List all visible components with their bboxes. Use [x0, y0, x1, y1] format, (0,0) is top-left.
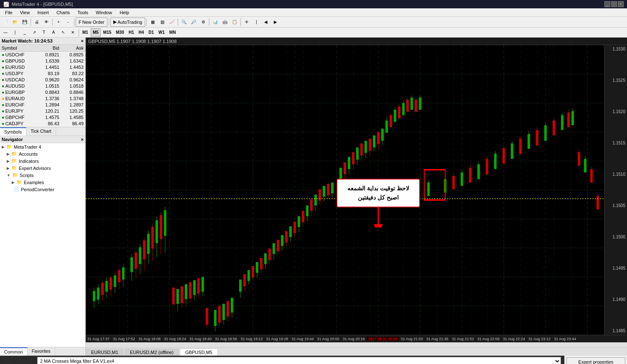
print-preview-button[interactable]: 👁 — [42, 18, 51, 27]
expert-dropdown[interactable]: 2 MA Crosses Mega filter EA V1.ex4 — [37, 357, 561, 364]
period-w1[interactable]: W1 — [156, 28, 167, 37]
forward-button[interactable]: ▶ — [271, 18, 280, 27]
market-watch-row[interactable]: ●GBPUSD 1.6339 1.6342 — [0, 58, 85, 64]
minimize-button[interactable]: _ — [604, 1, 610, 7]
nav-item-accounts[interactable]: ▶📁Accounts — [0, 150, 85, 157]
zoom-out-button[interactable]: - — [64, 18, 73, 27]
save-button[interactable]: 💾 — [20, 18, 29, 27]
period-d1[interactable]: D1 — [146, 28, 156, 37]
period-h4[interactable]: H4 — [137, 28, 146, 37]
new-order-icon: F — [79, 20, 82, 25]
svg-rect-132 — [339, 168, 342, 180]
period-mn[interactable]: MN — [167, 28, 178, 37]
autotrading-button[interactable]: ▶ AutoTrading — [110, 18, 145, 27]
mw-symbol: ●EURAUD — [0, 96, 37, 102]
period-sep-button[interactable]: | — [252, 18, 261, 27]
svg-rect-178 — [461, 172, 463, 186]
back-button[interactable]: ◀ — [261, 18, 270, 27]
text-tool[interactable]: T — [39, 28, 48, 37]
chart-tab-eurusd-m1[interactable]: EURUSD,M1 — [86, 349, 124, 356]
mw-ask: 120.25 — [61, 108, 85, 114]
market-watch-row[interactable]: ●EURJPY 120.21 120.25 — [0, 108, 85, 114]
zoom-in-chart[interactable]: 🔍 — [179, 18, 189, 27]
time-label-12: 31 Aug 21:20 — [399, 337, 425, 341]
expert-properties-button[interactable]: Expert properties — [566, 357, 625, 364]
folder-icon: 📁 — [6, 144, 12, 149]
nav-item-indicators[interactable]: ▶📁Indicators — [0, 157, 85, 164]
nav-tab-common[interactable]: Common — [0, 347, 28, 356]
mw-bid: 1.4575 — [37, 114, 61, 121]
time-label-14: 31 Aug 21:52 — [450, 337, 476, 341]
toolbar-sep-7 — [209, 18, 209, 26]
label-tool[interactable]: A — [49, 28, 58, 37]
zoom-out-chart[interactable]: 🔎 — [189, 18, 198, 27]
chart-type-line[interactable]: 📈 — [167, 18, 176, 27]
nav-item-examples[interactable]: ▶📁Examples — [0, 179, 85, 186]
menu-tools[interactable]: Tools — [74, 9, 92, 16]
period-m5[interactable]: M5 — [91, 28, 101, 37]
horizontal-scrollbar[interactable] — [86, 342, 627, 347]
print-button[interactable]: 🖨 — [32, 18, 41, 27]
mw-symbol: ●EURCHF — [0, 102, 37, 108]
svg-rect-68 — [193, 280, 196, 295]
nav-item-expert-advisors[interactable]: ▶📁Expert Advisors — [0, 164, 85, 172]
chart-type-bar[interactable]: ▦ — [148, 18, 157, 27]
line-tool[interactable]: — — [1, 28, 10, 37]
title-controls[interactable]: _ □ × — [604, 1, 624, 7]
indicator-button[interactable]: 📊 — [211, 18, 220, 27]
menu-file[interactable]: File — [2, 9, 16, 16]
crosshair-button[interactable]: ✛ — [242, 18, 251, 27]
cursor-tool[interactable]: ↖ — [59, 28, 68, 37]
market-watch-row[interactable]: ●EURCHF 1.2894 1.2897 — [0, 102, 85, 108]
mw-tab-tick-chart[interactable]: Tick Chart — [26, 127, 56, 136]
horizontal-line-tool[interactable]: ⎯ — [20, 28, 29, 37]
period-h1[interactable]: H1 — [127, 28, 136, 37]
mw-tab-symbols[interactable]: Symbols — [0, 127, 26, 136]
arrow-tool[interactable]: ↗ — [30, 28, 39, 37]
chart-tab-eurusd-m2[interactable]: EURUSD,M2 (offline) — [125, 349, 179, 356]
chart-tab-gbpusd-m5[interactable]: GBPUSD,M5 — [180, 349, 218, 356]
svg-rect-98 — [264, 253, 267, 264]
menu-window[interactable]: Window — [92, 9, 115, 16]
zoom-in-button[interactable]: + — [54, 18, 63, 27]
market-watch-row[interactable]: ●EURAUD 1.3736 1.3748 — [0, 96, 85, 102]
vertical-line-tool[interactable]: | — [10, 28, 20, 37]
mw-bid: 86.43 — [37, 121, 61, 127]
market-watch-row[interactable]: ●GBPCHF 1.4575 1.4585 — [0, 114, 85, 121]
market-watch-row[interactable]: ●USDCAD 0.9620 0.9624 — [0, 77, 85, 83]
maximize-button[interactable]: □ — [611, 1, 617, 7]
chart-type-candle[interactable]: ▧ — [158, 18, 167, 27]
new-order-button[interactable]: F New Order — [76, 18, 107, 27]
svg-rect-60 — [176, 289, 179, 304]
market-watch-row[interactable]: ●USDCHF 0.8921 0.8925 — [0, 52, 85, 58]
svg-rect-182 — [477, 164, 480, 179]
nav-tab-favorites[interactable]: Favorites — [28, 347, 55, 356]
svg-rect-142 — [360, 144, 363, 156]
market-watch-row[interactable]: ●AUDUSD 1.0515 1.0518 — [0, 83, 85, 89]
market-watch-row[interactable]: ●USDJPY 83.19 83.22 — [0, 71, 85, 77]
nav-item-periodconverter[interactable]: 📄PeriodConverter — [0, 186, 85, 193]
svg-rect-194 — [528, 134, 530, 149]
menu-charts[interactable]: Charts — [53, 9, 73, 16]
new-chart-button[interactable]: 📄 — [1, 18, 10, 27]
period-m1[interactable]: M1 — [80, 28, 90, 37]
market-watch-row[interactable]: ●CADJPY 86.43 86.49 — [0, 121, 85, 127]
period-m30[interactable]: M30 — [114, 28, 126, 37]
chart-canvas[interactable]: 1.1530 1.1525 1.1520 1.1515 1.1510 1.150… — [86, 45, 627, 335]
ea-button[interactable]: 🤖 — [220, 18, 229, 27]
market-watch-row[interactable]: ●EURGBP 0.8843 0.8846 — [0, 89, 85, 96]
market-watch-row[interactable]: ●EURUSD 1.4451 1.4453 — [0, 64, 85, 71]
nav-item-scripts[interactable]: ▼📁Scripts — [0, 172, 85, 179]
chart-properties[interactable]: ⚙ — [199, 18, 208, 27]
market-watch-close-icon[interactable]: × — [81, 38, 84, 43]
menu-help[interactable]: Help — [116, 9, 133, 16]
open-button[interactable]: 📂 — [10, 18, 20, 27]
delete-objects[interactable]: ✕ — [68, 28, 77, 37]
nav-item-metatrader-4[interactable]: ▶📁MetaTrader 4 — [0, 143, 85, 150]
navigator-close-icon[interactable]: × — [81, 137, 84, 142]
period-m15[interactable]: M15 — [101, 28, 113, 37]
menu-view[interactable]: View — [17, 9, 33, 16]
template-button[interactable]: 📋 — [230, 18, 239, 27]
menu-insert[interactable]: Insert — [34, 9, 52, 16]
close-button[interactable]: × — [618, 1, 624, 7]
